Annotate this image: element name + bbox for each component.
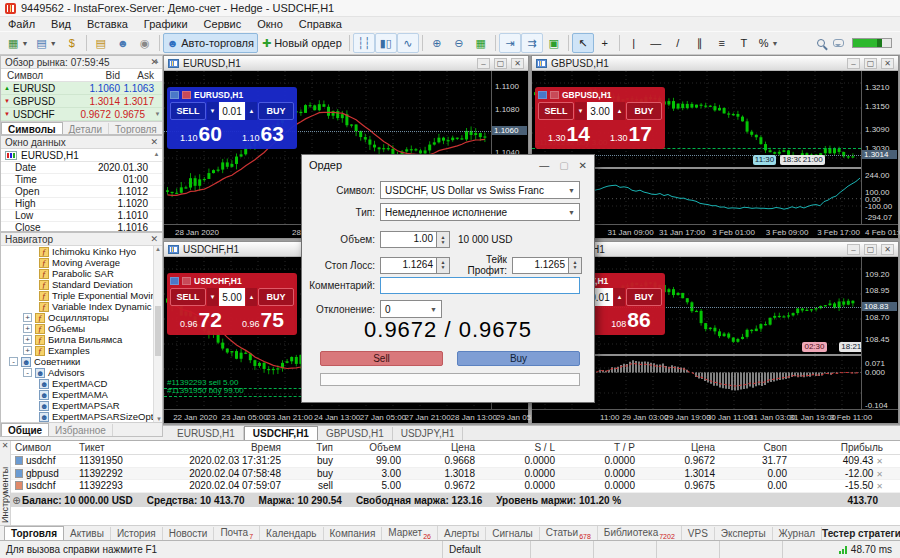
close-icon[interactable]: ✕	[579, 160, 587, 171]
shift-end-button[interactable]: ⇥	[499, 33, 521, 53]
stop-loss-stepper[interactable]: 1.1264 ▲▼	[380, 257, 450, 274]
maximize-icon[interactable]: ▢	[494, 58, 507, 69]
minimize-icon[interactable]: —	[539, 160, 549, 171]
menu-item-0[interactable]: Файл	[0, 17, 43, 31]
market-watch-row[interactable]: ▲EURUSD1.10601.1063	[1, 82, 162, 95]
channel-button[interactable]: ∥	[689, 33, 711, 53]
close-icon[interactable]: ✕	[150, 138, 158, 147]
scroll-down-icon[interactable]: ▼	[153, 110, 162, 119]
panel-sell-button[interactable]: SELL	[170, 288, 206, 306]
docking-button[interactable]: ▣	[543, 33, 565, 53]
toolbox-tab-статьи[interactable]: Статьи678	[540, 526, 598, 541]
price-axis[interactable]: 109.20108.95108.70108.45108.830.0710.000…	[861, 257, 898, 409]
position-row[interactable]: usdchf113922932020.02.04 07:59:07sell5.0…	[11, 480, 900, 493]
navigator-item[interactable]: ☻ExpertMAMA	[1, 389, 162, 400]
toolbox-tab-сигналы[interactable]: Сигналы	[486, 527, 540, 540]
navigator-item[interactable]: +ƒОсцилляторы	[1, 312, 162, 323]
close-position-icon[interactable]: ✕	[876, 482, 883, 491]
minimize-icon[interactable]: –	[847, 244, 860, 255]
col-symbol[interactable]: Символ	[1, 70, 75, 81]
toolbox-tab-календарь[interactable]: Календарь	[260, 527, 323, 540]
new-chart-button[interactable]: ▦▼	[4, 33, 32, 53]
volume-up-icon[interactable]: ▲	[614, 288, 625, 306]
menu-item-3[interactable]: Графики	[136, 17, 196, 31]
stepper-arrows-icon[interactable]: ▲▼	[569, 257, 582, 274]
volume-down-icon[interactable]: ▼	[207, 288, 218, 306]
menu-item-1[interactable]: Вид	[43, 17, 79, 31]
connection-status[interactable]: 48.70 ms	[831, 544, 900, 555]
price-axis[interactable]: 1.32101.31501.30901.30301.3014244.00100.…	[861, 71, 898, 224]
table-column-header[interactable]: Время	[155, 442, 285, 453]
tile-windows-button[interactable]: ▦	[470, 33, 492, 53]
panel-buy-button[interactable]: BUY	[626, 288, 662, 306]
search-icon[interactable]	[817, 39, 825, 47]
chart-main-pane[interactable]: #11392292 buy 3.0011:3018:3021:00GBPUSD,…	[532, 71, 861, 167]
minimize-icon[interactable]: –	[847, 58, 860, 69]
stepper-arrows-icon[interactable]: ▲▼	[437, 257, 450, 274]
expand-icon[interactable]: ⊕	[11, 495, 22, 506]
volume-down-icon[interactable]: ▼	[575, 102, 586, 120]
market-watch-tab-0[interactable]: Символы	[1, 122, 63, 135]
trendline-button[interactable]: /	[667, 33, 689, 53]
collapse-icon[interactable]: -	[23, 368, 32, 377]
panel-buy-button[interactable]: BUY	[626, 102, 662, 120]
navigator-item[interactable]: ƒVariable Index Dynamic A	[1, 301, 162, 312]
toolbox-tab-журнал[interactable]: Журнал	[773, 527, 823, 540]
navigator-item[interactable]: ☻ExpertMAPSARSizeOptim	[1, 411, 162, 422]
collapse-icon[interactable]: -	[9, 357, 18, 366]
table-column-header[interactable]: T / P	[559, 442, 639, 453]
toolbox-tab-эксперты[interactable]: Эксперты	[715, 527, 773, 540]
take-profit-value[interactable]: 1.1265	[512, 257, 569, 274]
crosshair-button[interactable]: +	[594, 33, 616, 53]
menu-item-6[interactable]: Справка	[291, 17, 350, 31]
minimize-icon[interactable]: –	[477, 58, 490, 69]
order-dialog-titlebar[interactable]: Ордер — ▢ ✕	[302, 155, 594, 175]
panel-sell-price[interactable]: 0.9672	[170, 306, 232, 332]
close-icon[interactable]: ✕	[150, 235, 158, 244]
volume-up-icon[interactable]: ▲	[246, 102, 257, 120]
time-axis[interactable]: 11:0029 Jan 03:0029 Jan 19:0030 Jan 11:0…	[532, 409, 898, 423]
volume-up-icon[interactable]: ▲	[614, 102, 625, 120]
panel-buy-price[interactable]: 1.3017	[600, 120, 662, 146]
table-column-header[interactable]: S / L	[479, 442, 559, 453]
market-watch-tab-2[interactable]: Торговля	[109, 123, 162, 135]
navigator-item[interactable]: +ƒExamples	[1, 345, 162, 356]
panel-volume-input[interactable]: 3.00	[587, 102, 613, 120]
autotrade-button[interactable]: ☻Авто-торговля	[163, 33, 258, 53]
navigator-item[interactable]: +ƒОбъемы	[1, 323, 162, 334]
col-bid[interactable]: Bid	[75, 70, 120, 81]
table-column-header[interactable]: Символ	[11, 442, 75, 453]
panel-sell-price[interactable]: 1.1060	[170, 120, 232, 146]
menu-item-2[interactable]: Вставка	[79, 17, 136, 31]
volume-up-icon[interactable]: ▲	[246, 288, 257, 306]
signals-button[interactable]: ◉	[134, 33, 156, 53]
stepper-arrows-icon[interactable]: ▲▼	[437, 231, 450, 248]
chart-candles-button[interactable]: ▮▯	[375, 33, 397, 53]
position-row[interactable]: gbpusd113922922020.02.04 07:58:48buy3.00…	[11, 468, 900, 481]
navigator-item[interactable]: ƒParabolic SAR	[1, 268, 162, 279]
navigator-item[interactable]: ☻ExpertMACD	[1, 378, 162, 389]
menu-item-5[interactable]: Окно	[249, 17, 291, 31]
panel-buy-price[interactable]: 1.1063	[232, 120, 294, 146]
chart-bars-button[interactable]: ┆┆	[353, 33, 375, 53]
symbol-select[interactable]: USDCHF, US Dollar vs Swiss Franc ▼	[380, 181, 580, 199]
panel-buy-button[interactable]: BUY	[258, 102, 294, 120]
close-icon[interactable]: ✕	[511, 58, 524, 69]
position-row[interactable]: usdchf113919502020.02.03 17:31:25buy99.0…	[11, 455, 900, 468]
col-ask[interactable]: Ask	[120, 70, 162, 81]
toolbox-tab-компания[interactable]: Компания	[324, 527, 383, 540]
menu-item-4[interactable]: Сервис	[196, 17, 250, 31]
profiles-button[interactable]: ▤▼	[32, 33, 60, 53]
shapes-button[interactable]: %▼	[755, 33, 783, 53]
maximize-icon[interactable]: ▢	[864, 58, 877, 69]
table-column-header[interactable]: Объем	[337, 442, 405, 453]
sell-button[interactable]: Sell	[320, 351, 443, 366]
take-profit-stepper[interactable]: 1.1265 ▲▼	[512, 257, 582, 274]
navigator-item[interactable]: ƒStandard Deviation	[1, 279, 162, 290]
table-column-header[interactable]: Цена	[405, 442, 479, 453]
volume-stepper[interactable]: 1.00 ▲▼	[380, 231, 450, 248]
navigator-item[interactable]: ☻ExpertMAPSAR	[1, 400, 162, 411]
navigator-item[interactable]: ƒMoving Average	[1, 257, 162, 268]
market-watch-tab-1[interactable]: Детали	[63, 123, 109, 135]
toolbox-tab-новости[interactable]: Новости	[163, 527, 215, 540]
